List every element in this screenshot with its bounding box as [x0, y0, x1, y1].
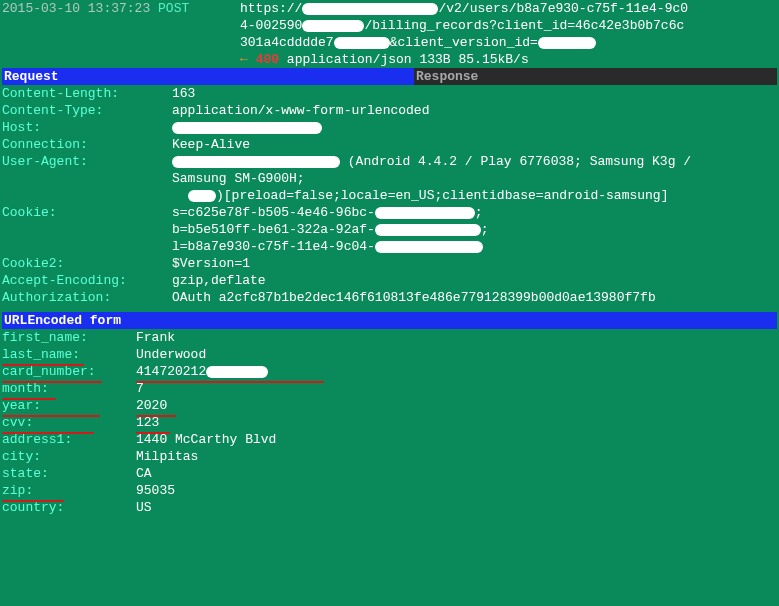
header-row: Content-Type: application/x-www-form-url… — [2, 102, 777, 119]
header-key: Authorization: — [2, 289, 172, 306]
form-val: Milpitas — [136, 448, 777, 465]
redacted — [375, 241, 483, 253]
http-status-code: 400 — [256, 52, 279, 67]
response-summary: application/json 133B 85.15kB/s — [287, 52, 529, 67]
form-val: 95035 — [136, 482, 777, 499]
tab-request[interactable]: Request — [2, 68, 414, 85]
header-key: Content-Length: — [2, 85, 172, 102]
tab-bar: Request Response — [2, 68, 777, 85]
header-key: Cookie: — [2, 204, 172, 221]
header-row: Content-Length: 163 — [2, 85, 777, 102]
header-row-cont: l=b8a7e930-c75f-11e4-9c04- — [2, 238, 777, 255]
form-val: 414720212 — [136, 363, 777, 380]
redacted — [302, 20, 364, 32]
form-key: month: — [2, 380, 136, 397]
form-val: Frank — [136, 329, 777, 346]
form-row: first_name: Frank — [2, 329, 777, 346]
header-key: Content-Type: — [2, 102, 172, 119]
form-val: Underwood — [136, 346, 777, 363]
redacted — [172, 122, 322, 134]
form-key: year: — [2, 397, 136, 414]
header-val: gzip,deflate — [172, 272, 777, 289]
form-row: address1: 1440 McCarthy Blvd — [2, 431, 777, 448]
header-row: Host: — [2, 119, 777, 136]
response-line: ← 400 application/json 133B 85.15kB/s — [2, 51, 777, 68]
redacted — [188, 190, 216, 202]
header-val: Keep-Alive — [172, 136, 777, 153]
header-row-cont: )[preload=false;locale=en_US;clientidbas… — [2, 187, 777, 204]
header-val: application/x-www-form-urlencoded — [172, 102, 777, 119]
header-val: 163 — [172, 85, 777, 102]
header-row: Accept-Encoding: gzip,deflate — [2, 272, 777, 289]
header-key: Host: — [2, 119, 172, 136]
form-val: 123 — [136, 414, 777, 431]
http-flow-view: 2015-03-10 13:37:23 POST https:///v2/use… — [0, 0, 779, 516]
form-val: 1440 McCarthy Blvd — [136, 431, 777, 448]
form-row: last_name: Underwood — [2, 346, 777, 363]
form-row: country: US — [2, 499, 777, 516]
timestamp: 2015-03-10 13:37:23 — [2, 1, 150, 16]
form-val: CA — [136, 465, 777, 482]
request-line: 2015-03-10 13:37:23 POST https:///v2/use… — [2, 0, 777, 17]
http-method: POST — [158, 1, 189, 16]
form-row: card_number: 414720212 — [2, 363, 777, 380]
header-row: User-Agent: (Android 4.4.2 / Play 677603… — [2, 153, 777, 170]
form-row: zip: 95035 — [2, 482, 777, 499]
form-row: month: 7 — [2, 380, 777, 397]
arrow-left-icon: ← — [240, 52, 248, 67]
form-row: state: CA — [2, 465, 777, 482]
header-row: Cookie2: $Version=1 — [2, 255, 777, 272]
form-key: first_name: — [2, 329, 136, 346]
header-key: Cookie2: — [2, 255, 172, 272]
header-val — [172, 119, 777, 136]
form-key: city: — [2, 448, 136, 465]
header-key: Connection: — [2, 136, 172, 153]
header-val: OAuth a2cfc87b1be2dec146f610813fe486e779… — [172, 289, 777, 306]
form-val: US — [136, 499, 777, 516]
section-urlencoded-form: URLEncoded form — [2, 312, 777, 329]
redacted — [334, 37, 390, 49]
header-row: Cookie: s=c625e78f-b505-4e46-96bc-; — [2, 204, 777, 221]
form-key: address1: — [2, 431, 136, 448]
form-row: cvv: 123 — [2, 414, 777, 431]
redacted — [375, 224, 481, 236]
redacted — [538, 37, 596, 49]
form-key: card_number: — [2, 363, 136, 380]
redacted — [302, 3, 438, 15]
request-url: https:///v2/users/b8a7e930-c75f-11e4-9c0 — [240, 0, 688, 17]
form-key: cvv: — [2, 414, 136, 431]
header-row-cont: b=b5e510ff-be61-322a-92af-; — [2, 221, 777, 238]
header-val: (Android 4.4.2 / Play 6776038; Samsung K… — [172, 153, 777, 170]
header-key: User-Agent: — [2, 153, 172, 170]
header-row-cont: Samsung SM-G900H; — [2, 170, 777, 187]
form-key: state: — [2, 465, 136, 482]
header-row: Connection: Keep-Alive — [2, 136, 777, 153]
request-url-cont2: 301a4cdddde7&client_version_id= — [2, 34, 777, 51]
form-key: zip: — [2, 482, 136, 499]
form-val: 2020 — [136, 397, 777, 414]
form-row: year: 2020 — [2, 397, 777, 414]
header-row: Authorization: OAuth a2cfc87b1be2dec146f… — [2, 289, 777, 306]
tab-response[interactable]: Response — [414, 68, 777, 85]
form-val: 7 — [136, 380, 777, 397]
form-key: last_name: — [2, 346, 136, 363]
request-url-cont: 4-002590/billing_records?client_id=46c42… — [2, 17, 777, 34]
header-val: $Version=1 — [172, 255, 777, 272]
redacted — [375, 207, 475, 219]
header-key: Accept-Encoding: — [2, 272, 172, 289]
redacted — [206, 366, 268, 378]
form-key: country: — [2, 499, 136, 516]
redacted — [172, 156, 340, 168]
form-row: city: Milpitas — [2, 448, 777, 465]
